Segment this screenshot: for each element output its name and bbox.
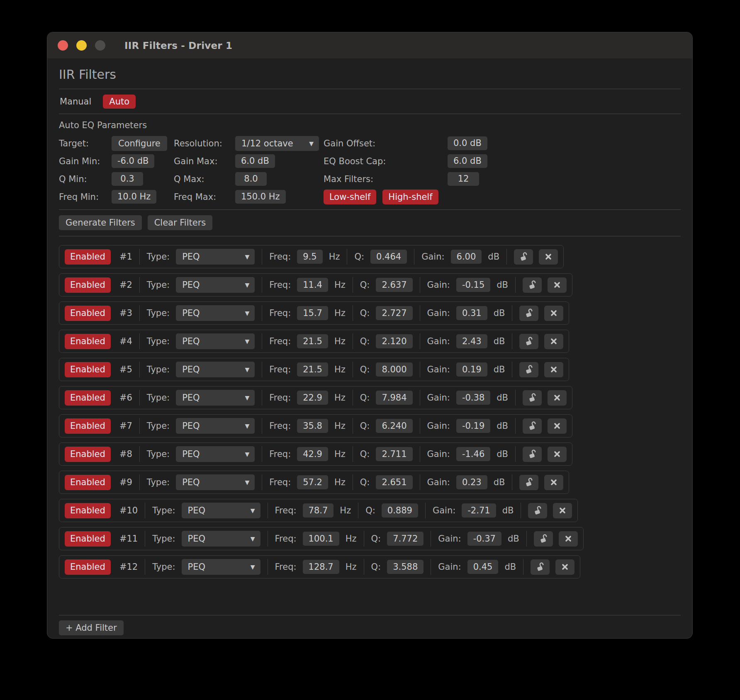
gain-max-input[interactable]: 6.0 dB: [235, 154, 275, 168]
remove-filter-button[interactable]: [544, 334, 563, 349]
filter-q-input[interactable]: 3.588: [387, 560, 424, 574]
filter-freq-input[interactable]: 128.7: [303, 560, 339, 574]
filter-q-input[interactable]: 2.727: [376, 306, 412, 320]
filter-q-input[interactable]: 2.651: [376, 475, 412, 489]
filter-type-dropdown[interactable]: PEQ ▼: [176, 305, 255, 321]
unlock-filter-button[interactable]: [523, 277, 542, 293]
filter-type-dropdown[interactable]: PEQ ▼: [176, 474, 255, 490]
filter-enabled-toggle[interactable]: Enabled: [65, 362, 111, 377]
filter-type-dropdown[interactable]: PEQ ▼: [182, 531, 260, 547]
filter-gain-input[interactable]: 0.19: [456, 362, 487, 377]
filter-enabled-toggle[interactable]: Enabled: [65, 390, 111, 406]
eq-boost-cap-input[interactable]: 6.0 dB: [448, 154, 487, 168]
title-bar[interactable]: IIR Filters - Driver 1: [47, 32, 692, 58]
unlock-filter-button[interactable]: [519, 362, 538, 377]
filter-q-input[interactable]: 0.889: [382, 503, 418, 518]
remove-filter-button[interactable]: [544, 306, 563, 321]
remove-filter-button[interactable]: [548, 390, 567, 406]
filter-type-dropdown[interactable]: PEQ ▼: [176, 446, 255, 462]
filter-freq-input[interactable]: 22.9: [297, 391, 328, 405]
unlock-filter-button[interactable]: [523, 390, 542, 406]
unlock-filter-button[interactable]: [519, 306, 538, 321]
filter-freq-input[interactable]: 15.7: [297, 306, 328, 320]
resolution-dropdown[interactable]: 1/12 octave ▼: [235, 136, 319, 151]
filter-gain-input[interactable]: -0.15: [456, 278, 490, 292]
filter-gain-input[interactable]: -0.19: [456, 419, 490, 433]
unlock-filter-button[interactable]: [523, 447, 542, 462]
filter-freq-input[interactable]: 35.8: [297, 419, 328, 433]
filter-q-input[interactable]: 2.120: [376, 334, 412, 348]
filter-type-dropdown[interactable]: PEQ ▼: [176, 418, 255, 434]
high-shelf-toggle[interactable]: High-shelf: [382, 190, 438, 204]
filter-gain-input[interactable]: -0.38: [456, 391, 490, 405]
filter-type-dropdown[interactable]: PEQ ▼: [176, 277, 255, 293]
filter-gain-input[interactable]: 6.00: [451, 250, 482, 264]
filter-q-input[interactable]: 6.240: [376, 419, 412, 433]
filter-type-dropdown[interactable]: PEQ ▼: [176, 390, 255, 406]
filter-freq-input[interactable]: 78.7: [303, 503, 334, 518]
filter-freq-input[interactable]: 100.1: [303, 532, 339, 546]
filter-gain-input[interactable]: -2.71: [462, 503, 496, 518]
add-filter-button[interactable]: + Add Filter: [59, 620, 124, 635]
filter-q-input[interactable]: 2.637: [376, 278, 412, 292]
remove-filter-button[interactable]: [548, 277, 567, 293]
q-max-input[interactable]: 8.0: [235, 172, 267, 186]
generate-filters-button[interactable]: Generate Filters: [59, 215, 142, 230]
filter-enabled-toggle[interactable]: Enabled: [65, 559, 111, 575]
freq-max-input[interactable]: 150.0 Hz: [235, 190, 286, 204]
remove-filter-button[interactable]: [555, 559, 574, 575]
gain-min-input[interactable]: -6.0 dB: [112, 154, 154, 168]
filter-enabled-toggle[interactable]: Enabled: [65, 418, 111, 434]
unlock-filter-button[interactable]: [519, 334, 538, 349]
filter-freq-input[interactable]: 9.5: [297, 250, 322, 264]
filter-gain-input[interactable]: 0.23: [456, 475, 487, 489]
filter-enabled-toggle[interactable]: Enabled: [65, 306, 111, 321]
configure-target-button[interactable]: Configure: [112, 136, 167, 151]
q-min-input[interactable]: 0.3: [112, 172, 143, 186]
unlock-filter-button[interactable]: [519, 475, 538, 490]
filter-gain-input[interactable]: -1.46: [456, 447, 490, 461]
freq-min-input[interactable]: 10.0 Hz: [112, 190, 156, 204]
filter-type-dropdown[interactable]: PEQ ▼: [182, 559, 260, 575]
filter-enabled-toggle[interactable]: Enabled: [65, 447, 111, 462]
filter-freq-input[interactable]: 21.5: [297, 334, 328, 348]
filter-type-dropdown[interactable]: PEQ ▼: [176, 333, 255, 349]
filter-type-dropdown[interactable]: PEQ ▼: [176, 362, 255, 377]
remove-filter-button[interactable]: [544, 475, 563, 490]
remove-filter-button[interactable]: [553, 503, 572, 518]
unlock-filter-button[interactable]: [514, 249, 533, 265]
minimize-window-button[interactable]: [76, 40, 87, 51]
tab-manual[interactable]: Manual: [59, 95, 92, 109]
remove-filter-button[interactable]: [539, 249, 558, 265]
filter-type-dropdown[interactable]: PEQ ▼: [176, 249, 255, 265]
filter-enabled-toggle[interactable]: Enabled: [65, 277, 111, 293]
remove-filter-button[interactable]: [559, 531, 578, 547]
unlock-filter-button[interactable]: [523, 418, 542, 434]
low-shelf-toggle[interactable]: Low-shelf: [324, 190, 376, 204]
filter-gain-input[interactable]: 0.31: [456, 306, 487, 320]
gain-offset-input[interactable]: 0.0 dB: [448, 136, 487, 150]
close-window-button[interactable]: [58, 40, 68, 51]
remove-filter-button[interactable]: [544, 362, 563, 377]
unlock-filter-button[interactable]: [534, 531, 553, 547]
filter-type-dropdown[interactable]: PEQ ▼: [182, 503, 260, 518]
filter-freq-input[interactable]: 42.9: [297, 447, 328, 461]
remove-filter-button[interactable]: [548, 418, 567, 434]
filter-gain-input[interactable]: -0.37: [467, 532, 501, 546]
filter-enabled-toggle[interactable]: Enabled: [65, 249, 111, 265]
filter-enabled-toggle[interactable]: Enabled: [65, 334, 111, 349]
unlock-filter-button[interactable]: [531, 559, 550, 575]
tab-auto[interactable]: Auto: [103, 95, 136, 109]
unlock-filter-button[interactable]: [528, 503, 547, 518]
maximize-window-button[interactable]: [95, 40, 105, 51]
filter-q-input[interactable]: 8.000: [376, 362, 412, 377]
max-filters-input[interactable]: 12: [448, 172, 479, 186]
filter-gain-input[interactable]: 2.43: [456, 334, 487, 348]
filter-freq-input[interactable]: 57.2: [297, 475, 328, 489]
filter-q-input[interactable]: 7.984: [376, 391, 412, 405]
filter-q-input[interactable]: 0.464: [370, 250, 407, 264]
filter-enabled-toggle[interactable]: Enabled: [65, 531, 111, 547]
filter-q-input[interactable]: 7.772: [387, 532, 424, 546]
clear-filters-button[interactable]: Clear Filters: [148, 215, 213, 230]
filter-enabled-toggle[interactable]: Enabled: [65, 475, 111, 490]
